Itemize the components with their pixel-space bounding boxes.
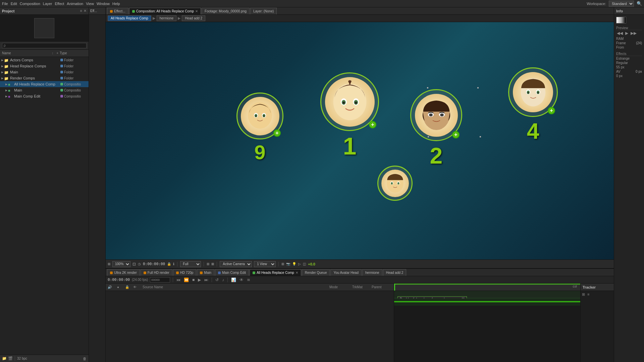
breadcrumb-hermione[interactable]: hermione xyxy=(157,15,177,21)
graph-btn[interactable]: 📊 xyxy=(230,278,237,282)
view-select[interactable]: 1 View 2 Views xyxy=(254,261,276,267)
lock-icon[interactable]: 🔒 xyxy=(167,262,171,266)
transparency-icon[interactable]: ◫ xyxy=(303,262,306,266)
char-face-9 xyxy=(241,97,279,135)
search-input[interactable] xyxy=(2,43,87,48)
menu-file[interactable]: File xyxy=(2,2,8,6)
breadcrumb-head-add-2[interactable]: Head add 2 xyxy=(182,15,205,21)
tab-hd720[interactable]: HD 720p xyxy=(173,269,196,276)
preview-btn[interactable]: 👁 xyxy=(239,278,244,282)
tab-ultra-2k[interactable]: Ultra 2K render xyxy=(107,269,140,276)
workspace-select[interactable]: Standard xyxy=(609,1,634,7)
timeline-ruler: 03f Double click and you face replace co… xyxy=(394,284,580,362)
grid-icon[interactable]: ⊞ xyxy=(108,262,110,266)
menu-layer[interactable]: Layer xyxy=(43,2,52,6)
tab-main-comp-edit[interactable]: Main Comp Edit xyxy=(215,269,249,276)
list-item[interactable]: ▶ 📁 Render Comps Folder xyxy=(0,75,89,81)
breadcrumb-all-heads[interactable]: All Heads Replace Comp xyxy=(108,15,151,21)
char-circle-2: + xyxy=(410,89,462,141)
tab-all-heads-comp[interactable]: Composition: All Heads Replace Comp ✕ xyxy=(129,8,201,14)
char-plus-4[interactable]: + xyxy=(548,107,555,114)
project-panel-bottom: 📁 🎬 32 bpc 🗑 xyxy=(0,355,89,362)
list-item-main-comp-edit[interactable]: ▶ ■ Main Comp Edit Compositio xyxy=(0,93,89,99)
char-plus-2[interactable]: + xyxy=(452,131,460,138)
menu-animation[interactable]: Animation xyxy=(67,2,83,6)
overlay-icon[interactable]: ⊠ xyxy=(211,262,214,266)
motion-blur-btn[interactable]: ≋ xyxy=(246,278,251,282)
menu-edit[interactable]: Edit xyxy=(11,2,17,6)
timeline-controls: 0:00:00:00 (24.00 fps) 00000 ⏮ ⏪ ■ ▶ ⏭ ↺… xyxy=(106,276,614,284)
tracker-icon[interactable]: ⊞ xyxy=(582,292,585,296)
stop-btn[interactable]: ■ xyxy=(192,278,195,282)
tab-close-icon[interactable]: ✕ xyxy=(296,271,298,275)
add-item-icon[interactable]: + xyxy=(56,51,58,55)
svg-point-29 xyxy=(391,182,393,184)
render-icon[interactable]: ▷ xyxy=(298,262,301,266)
list-item[interactable]: ▶ ■ Main Compositio xyxy=(0,87,89,93)
play-btn[interactable]: ▶ xyxy=(197,278,202,282)
size-row: 55 px xyxy=(616,65,642,69)
tab-effect[interactable]: Effect... xyxy=(107,8,128,14)
list-item-all-heads[interactable]: ▶ ■ All Heads Replace Comp Compositio xyxy=(0,81,89,87)
menu-window[interactable]: Window xyxy=(97,2,110,6)
zoom-select[interactable]: 100% 50% 200% xyxy=(112,261,130,267)
list-item[interactable]: ▶ 📁 Main Folder xyxy=(0,69,89,75)
comp-icon: ■ xyxy=(8,82,13,86)
folder-icon: 📁 xyxy=(4,58,9,62)
grid2-icon[interactable]: ⊞ xyxy=(207,262,209,266)
info-icon[interactable]: ℹ xyxy=(173,262,174,266)
timeline-ruler-bar: 03f xyxy=(394,284,580,291)
menu-composition[interactable]: Composition xyxy=(20,2,40,6)
col-type-header: Type xyxy=(60,51,87,55)
timecode-display: 0:00:00:00 xyxy=(143,262,165,266)
char-plus-9[interactable]: + xyxy=(273,129,281,137)
tab-hermione-tl[interactable]: hermione xyxy=(362,269,382,276)
fold-icon: ▶ xyxy=(1,59,3,62)
camera-select[interactable]: Active Camera xyxy=(220,261,252,267)
camera2-icon[interactable]: 📷 xyxy=(286,262,290,266)
search-icon[interactable]: 🔍 xyxy=(637,1,642,6)
list-item[interactable]: ▶ 📁 Head Replace Comps Folder xyxy=(0,63,89,69)
svg-point-5 xyxy=(255,115,257,117)
play-back-btn[interactable]: ⏪ xyxy=(183,278,190,282)
playback-icon[interactable]: ◷ xyxy=(138,262,141,266)
tab-render-queue[interactable]: Render Queue xyxy=(302,269,330,276)
char-plus-1[interactable]: + xyxy=(369,121,376,128)
panel-close-icon[interactable]: ✕ xyxy=(84,9,87,13)
play-first-btn[interactable]: ⏮ xyxy=(176,278,181,282)
audio-btn[interactable]: ♪ xyxy=(221,278,225,282)
tab-main[interactable]: Main xyxy=(197,269,214,276)
folder-icon: 📁 xyxy=(4,70,9,74)
tab-full-hd[interactable]: Full HD render xyxy=(141,269,172,276)
menu-effect[interactable]: Effect xyxy=(55,2,64,6)
character-5 xyxy=(377,166,413,201)
menu-help[interactable]: Help xyxy=(112,2,120,6)
menu-view[interactable]: View xyxy=(86,2,94,6)
play-last-btn[interactable]: ⏭ xyxy=(204,278,209,282)
new-comp-icon[interactable]: 🎬 xyxy=(8,356,13,361)
light-icon[interactable]: 💡 xyxy=(292,262,296,266)
snap-icon[interactable]: ⊡ xyxy=(132,262,136,266)
tab-footage[interactable]: Footage: Moody_00000.png xyxy=(202,8,250,14)
tab-label: Layer: (None) xyxy=(253,9,274,13)
panel-expand-icon: ≡ xyxy=(80,9,82,13)
tab-head-add-2-tl[interactable]: Head add 2 xyxy=(383,269,407,276)
list-item[interactable]: ▶ 📁 Actors Comps Folder xyxy=(0,57,89,63)
tracker-icon2[interactable]: ≡ xyxy=(587,292,589,296)
tab-layer[interactable]: Layer: (None) xyxy=(250,8,277,14)
tab-all-heads-tl[interactable]: All Heads Replace Comp ✕ xyxy=(250,269,301,276)
next-frame-btn[interactable]: ▶▶ xyxy=(630,31,637,36)
tab-you-avatar[interactable]: You Avatar Head xyxy=(330,269,362,276)
separator xyxy=(204,262,204,266)
tab-close-icon[interactable]: ✕ xyxy=(195,9,198,13)
loop-btn[interactable]: ↺ xyxy=(215,278,219,282)
timeline-duration-bar xyxy=(394,301,580,302)
prev-frame-btn[interactable]: ◀◀ xyxy=(616,31,624,36)
quality-select[interactable]: Full Half Quarter xyxy=(180,261,201,267)
trash-icon[interactable]: 🗑 xyxy=(83,357,87,361)
sort-icon[interactable]: ↕ xyxy=(52,51,56,55)
play-preview-btn[interactable]: ▶ xyxy=(625,31,629,36)
char-circle-4: + xyxy=(508,67,558,117)
new-folder-icon[interactable]: 📁 xyxy=(2,356,7,361)
3d-icon[interactable]: ⊞ xyxy=(281,262,284,266)
